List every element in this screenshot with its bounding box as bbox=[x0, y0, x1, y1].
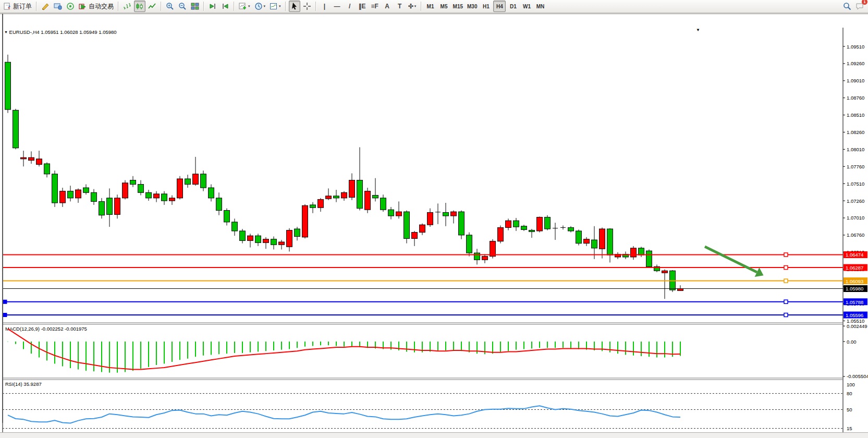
tf-h1-button-label: H1 bbox=[483, 4, 490, 9]
tf-d1-button[interactable]: D1 bbox=[507, 1, 519, 12]
horizontal-line-tool-button[interactable]: — bbox=[332, 1, 343, 12]
vertical-line-tool-button-glyph: | bbox=[324, 3, 325, 10]
candle-body bbox=[154, 194, 160, 198]
tf-m30-button[interactable]: M30 bbox=[466, 1, 479, 12]
autotrade-button[interactable]: 自动交易 bbox=[77, 1, 115, 12]
tf-w1-button[interactable]: W1 bbox=[520, 1, 533, 12]
candle-body bbox=[52, 174, 58, 203]
candle-body bbox=[146, 192, 152, 198]
candle-body bbox=[177, 179, 183, 198]
tf-m1-button[interactable]: M1 bbox=[424, 1, 437, 12]
candlestick-chart-button[interactable] bbox=[134, 1, 145, 12]
new-order-button[interactable]: 新订单 bbox=[2, 1, 33, 12]
text-label-tool-button[interactable]: T bbox=[394, 1, 406, 12]
hline-handle[interactable] bbox=[784, 313, 788, 317]
bar-chart-button[interactable] bbox=[121, 1, 133, 12]
candle-body bbox=[412, 233, 418, 239]
auto-scroll-button[interactable] bbox=[207, 1, 218, 12]
text-label-tool-button-glyph: T bbox=[398, 3, 401, 10]
hline-handle[interactable] bbox=[784, 300, 788, 303]
hline-handle[interactable] bbox=[784, 266, 788, 270]
candle-body bbox=[263, 239, 269, 243]
text-tool-button[interactable]: A bbox=[382, 1, 393, 12]
signal-icon bbox=[66, 2, 75, 10]
tf-m15-button[interactable]: M15 bbox=[451, 1, 464, 12]
vertical-line-tool-button[interactable]: | bbox=[319, 1, 331, 12]
candle-body bbox=[91, 192, 97, 201]
price-tick-label: 1.09010 bbox=[847, 78, 864, 83]
new-order-button-label: 新订单 bbox=[13, 2, 32, 11]
hline-handle[interactable] bbox=[3, 313, 7, 317]
tf-mn-button[interactable]: MN bbox=[534, 1, 546, 12]
crosshair-tool-button[interactable] bbox=[301, 1, 313, 12]
cursor-tool-button[interactable] bbox=[289, 1, 300, 12]
chart-collapse-icon[interactable]: ▼ bbox=[4, 30, 8, 34]
main-toolbar: 新订单自动交易▾▾▾|—/∥E≡FAT✣▾M1M5M15M30H1H4D1W1M… bbox=[0, 0, 868, 13]
tf-h1-button[interactable]: H1 bbox=[480, 1, 492, 12]
chart-quick-menu-icon[interactable]: ▼ bbox=[696, 28, 700, 32]
toolbar-separator bbox=[118, 2, 119, 11]
candle-body bbox=[232, 222, 238, 231]
crosshair-icon bbox=[303, 2, 311, 10]
candle-body bbox=[357, 180, 363, 209]
hline-handle[interactable] bbox=[3, 300, 7, 303]
candle-body bbox=[607, 229, 613, 255]
search-button[interactable] bbox=[841, 1, 853, 12]
chart-shift-button[interactable] bbox=[219, 1, 231, 12]
price-tick-label: 1.08260 bbox=[847, 129, 864, 135]
chart-plot[interactable]: 1.095101.092601.090101.087601.085101.082… bbox=[0, 28, 868, 438]
indicators-button[interactable]: ▾ bbox=[237, 1, 252, 12]
market-watch-button[interactable] bbox=[52, 1, 64, 12]
candle-body bbox=[373, 196, 378, 198]
candle-body bbox=[44, 164, 50, 174]
toolbar-group-scroll bbox=[206, 0, 231, 13]
candle-body bbox=[287, 230, 292, 247]
signals-button[interactable] bbox=[65, 1, 76, 12]
candle-body bbox=[248, 236, 253, 240]
candle-body bbox=[600, 229, 605, 249]
shift-icon bbox=[221, 2, 229, 10]
chat-button[interactable]: 1 bbox=[854, 1, 865, 12]
toolbar-separator bbox=[315, 2, 316, 11]
toolbar-right: 1 bbox=[841, 1, 866, 12]
tf-h4-button[interactable]: H4 bbox=[493, 1, 506, 12]
candle-body bbox=[255, 236, 261, 242]
candle-body bbox=[169, 198, 175, 201]
candle-body bbox=[568, 227, 574, 231]
tile-windows-button[interactable] bbox=[189, 1, 201, 12]
fibonacci-tool-button[interactable]: ≡F bbox=[369, 1, 381, 12]
window-bottom-strip bbox=[0, 432, 868, 438]
templates-button[interactable]: ▾ bbox=[268, 1, 283, 12]
styler-icon-button[interactable] bbox=[40, 1, 51, 12]
chart-symbol-label: EURUSD-,H4 bbox=[9, 29, 40, 35]
hline-handle[interactable] bbox=[784, 279, 788, 283]
zoomout-icon bbox=[178, 2, 187, 10]
toolbar-separator bbox=[285, 2, 286, 11]
candle-body bbox=[404, 212, 410, 238]
candle-body bbox=[5, 62, 11, 110]
template-icon bbox=[270, 2, 278, 10]
line-chart-button[interactable] bbox=[146, 1, 158, 12]
tf-m5-button[interactable]: M5 bbox=[438, 1, 450, 12]
toolbar-group-pointer bbox=[288, 0, 313, 13]
candle-body bbox=[99, 201, 105, 215]
hline-handle[interactable] bbox=[784, 253, 788, 257]
zoom-in-button[interactable] bbox=[164, 1, 176, 12]
price-tick-label: 1.08010 bbox=[847, 147, 864, 152]
tf-d1-button-label: D1 bbox=[510, 4, 517, 9]
price-label-text: 1.06474 bbox=[846, 252, 863, 258]
cursor-icon bbox=[290, 2, 299, 10]
periods-button[interactable]: ▾ bbox=[253, 1, 267, 12]
terminal-icon bbox=[54, 2, 62, 10]
candle-body bbox=[443, 212, 449, 216]
rsi-tick-label: 80 bbox=[847, 391, 852, 396]
candle-body bbox=[115, 198, 120, 215]
arrows-tool-button[interactable]: ✣▾ bbox=[407, 1, 418, 12]
candle-body bbox=[162, 194, 167, 201]
equidistant-channel-tool-button[interactable]: ∥E bbox=[357, 1, 368, 12]
trendline-tool-button[interactable]: / bbox=[344, 1, 356, 12]
macd-tick-label: 0.00 bbox=[847, 339, 857, 345]
candle-body bbox=[21, 157, 27, 159]
zoom-out-button[interactable] bbox=[177, 1, 188, 12]
price-tick-label: 1.07260 bbox=[847, 198, 864, 204]
